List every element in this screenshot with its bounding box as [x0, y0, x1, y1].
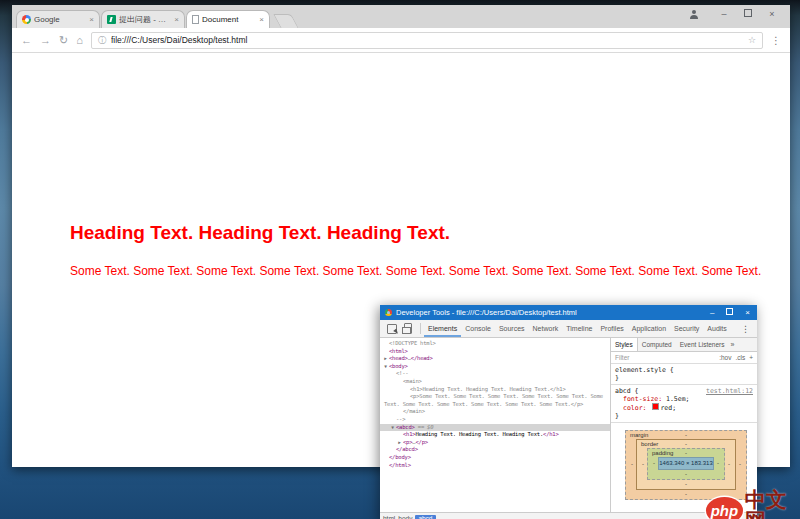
border-right-value[interactable]: -	[725, 461, 733, 467]
devtools-titlebar[interactable]: Developer Tools - file:///C:/Users/Dai/D…	[380, 305, 757, 320]
inspect-element-icon[interactable]	[387, 324, 397, 334]
toolbar-divider	[420, 323, 421, 334]
rule-selector[interactable]: abcd {	[615, 387, 638, 395]
close-button[interactable]: ×	[760, 6, 784, 22]
browser-tab-segmentfault[interactable]: 提出问题 - SegmentFa...×	[101, 10, 185, 28]
styles-tab-overflow-icon[interactable]: »	[731, 341, 735, 348]
devtools-tab-timeline[interactable]: Timeline	[562, 320, 596, 337]
breadcrumb-item[interactable]: body	[398, 515, 412, 519]
box-model-border[interactable]: border - - padding -	[636, 439, 736, 490]
style-rules: element.style {}abcd {test.html:12font-s…	[611, 364, 757, 423]
styles-tab-computed[interactable]: Computed	[638, 338, 676, 351]
devtools-tab-console[interactable]: Console	[461, 320, 495, 337]
profile-icon[interactable]	[689, 10, 698, 19]
browser-tab-document[interactable]: Document×	[186, 10, 270, 28]
filter-toggle[interactable]: :hov	[719, 354, 731, 361]
home-icon[interactable]: ⌂	[76, 35, 83, 46]
styles-filter-bar[interactable]: Filter :hov.cls+	[611, 352, 757, 364]
bookmark-star-icon[interactable]: ☆	[748, 35, 756, 45]
new-tab-button[interactable]	[273, 14, 298, 28]
dom-tree-row[interactable]: </html>	[380, 462, 610, 470]
box-model-diagram: margin - - border - -	[611, 423, 757, 500]
address-bar[interactable]: ⓘ file:///C:/Users/Dai/Desktop/test.html…	[91, 32, 763, 49]
devtools-tab-security[interactable]: Security	[670, 320, 703, 337]
dom-tree-row[interactable]: ▼<abcd> == $0	[380, 424, 610, 432]
style-property[interactable]: color: red;	[615, 403, 753, 412]
dom-tree-row[interactable]: <p>Some Text. Some Text. Some Text. Some…	[380, 393, 610, 401]
twisty-icon[interactable]: ▶	[396, 439, 403, 447]
dom-tree-row[interactable]: </abcd>	[380, 446, 610, 454]
filter-toggle[interactable]: +	[749, 354, 753, 361]
padding-left-value[interactable]: -	[650, 460, 658, 466]
box-model-content[interactable]: 1463.340 × 183.313	[658, 457, 714, 470]
padding-right-value[interactable]: -	[714, 460, 722, 466]
margin-bottom-value[interactable]: -	[685, 491, 687, 497]
filter-toggle[interactable]: .cls	[735, 354, 745, 361]
browser-tab-google[interactable]: Google×	[16, 10, 100, 28]
browser-menu-icon[interactable]: ⋮	[771, 35, 781, 46]
devtools-menu-icon[interactable]: ⋮	[738, 324, 753, 334]
dom-tree-row[interactable]: <h1>Heading Text. Heading Text. Heading …	[380, 386, 610, 394]
dom-tree-row[interactable]: <!--	[380, 370, 610, 378]
styles-tab-styles[interactable]: Styles	[611, 338, 638, 351]
devtools-tab-network[interactable]: Network	[529, 320, 563, 337]
style-property[interactable]: font-size: 1.5em;	[615, 395, 753, 403]
devtools-close-button[interactable]: ×	[745, 309, 750, 317]
box-model-padding[interactable]: padding - - 1463.340 × 183.313 -	[647, 448, 725, 480]
segmentfault-favicon	[107, 15, 116, 24]
tab-label: Document	[202, 15, 256, 24]
page-info-icon[interactable]: ⓘ	[98, 35, 106, 46]
margin-label: margin	[628, 432, 648, 438]
tab-close-icon[interactable]: ×	[174, 16, 179, 24]
twisty-icon[interactable]: ▶	[382, 355, 389, 363]
rule-selector[interactable]: element.style {	[615, 366, 674, 374]
devtools-tab-sources[interactable]: Sources	[495, 320, 529, 337]
forward-icon[interactable]: →	[40, 35, 51, 46]
dom-tree-row[interactable]: ▼<body>	[380, 363, 610, 371]
url-text[interactable]: file:///C:/Users/Dai/Desktop/test.html	[111, 35, 743, 45]
color-swatch[interactable]	[652, 403, 659, 410]
devtools-minimize-button[interactable]: –	[710, 309, 714, 317]
reload-icon[interactable]: ↻	[59, 35, 68, 46]
margin-right-value[interactable]: -	[736, 461, 744, 467]
styles-tab-event-listeners[interactable]: Event Listeners	[676, 338, 729, 351]
dom-tree-row[interactable]: <h1>Heading Text. Heading Text. Heading …	[380, 431, 610, 439]
dom-tree-row[interactable]: </body>	[380, 454, 610, 462]
border-left-value[interactable]: -	[639, 461, 647, 467]
twisty-icon[interactable]: ▼	[389, 424, 396, 432]
dom-tree-row[interactable]: <main>	[380, 378, 610, 386]
padding-bottom-value[interactable]: -	[685, 471, 687, 477]
minimize-button[interactable]: –	[712, 6, 736, 22]
devtools-panel-tabs: ElementsConsoleSourcesNetworkTimelinePro…	[424, 320, 731, 337]
dom-tree-row[interactable]: ▶<p>…</p>	[380, 439, 610, 447]
device-toolbar-icon[interactable]	[404, 323, 412, 334]
margin-top-value[interactable]: -	[685, 432, 687, 438]
devtools-tab-profiles[interactable]: Profiles	[596, 320, 627, 337]
dom-tree-row[interactable]: <!DOCTYPE html>	[380, 340, 610, 348]
devtools-tab-elements[interactable]: Elements	[424, 320, 461, 337]
devtools-tab-application[interactable]: Application	[628, 320, 670, 337]
border-top-value[interactable]: -	[685, 441, 687, 447]
dom-tree-row[interactable]: ▶<head>…</head>	[380, 355, 610, 363]
tab-strip-tabs: Google×提出问题 - SegmentFa...×Document×	[16, 10, 271, 28]
border-bottom-value[interactable]: -	[685, 481, 687, 487]
dom-tree-row[interactable]: <html>	[380, 348, 610, 356]
page-paragraph: Some Text. Some Text. Some Text. Some Te…	[70, 264, 761, 278]
breadcrumb-item[interactable]: abcd	[415, 515, 435, 519]
devtools-tab-audits[interactable]: Audits	[703, 320, 730, 337]
dom-tree-row[interactable]: -->	[380, 416, 610, 424]
tab-close-icon[interactable]: ×	[89, 16, 94, 24]
dom-tree-row[interactable]: Text. Some Text. Some Text. Some Text. S…	[380, 401, 610, 409]
maximize-button[interactable]	[736, 6, 760, 22]
dom-tree-row[interactable]: </main>	[380, 408, 610, 416]
padding-top-value[interactable]: -	[685, 450, 687, 456]
devtools-window-controls: – ×	[710, 308, 752, 317]
twisty-icon[interactable]: ▼	[382, 363, 389, 371]
margin-left-value[interactable]: -	[628, 461, 636, 467]
stylesheet-source-link[interactable]: test.html:12	[706, 387, 753, 395]
tab-close-icon[interactable]: ×	[259, 16, 264, 24]
style-rule: abcd {test.html:12font-size: 1.5em;color…	[611, 385, 757, 423]
back-icon[interactable]: ←	[21, 35, 32, 46]
breadcrumb-item[interactable]: html	[383, 515, 395, 519]
devtools-maximize-button[interactable]	[726, 308, 733, 317]
